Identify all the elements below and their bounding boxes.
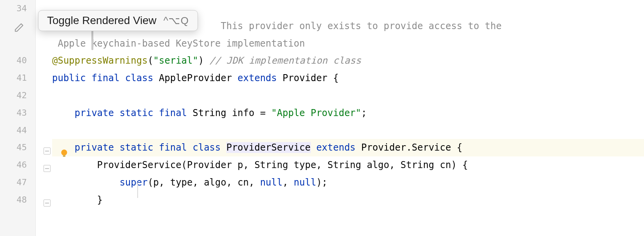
code-area[interactable]: This provider only exists to provide acc… <box>36 0 644 236</box>
line-number[interactable]: 34 <box>0 0 27 17</box>
keyword-null: null <box>260 177 283 188</box>
code-line[interactable]: super(p, type, algo, cn, null, null); <box>52 174 644 191</box>
indent-guide <box>137 182 138 198</box>
keyword-null: null <box>294 177 316 188</box>
code-line-highlighted[interactable]: private static final class ProviderServi… <box>52 139 644 156</box>
identifier: info <box>232 108 254 118</box>
args: (p, type, algo, cn, <box>148 177 260 188</box>
keyword: private <box>75 142 114 153</box>
code-line[interactable]: @SuppressWarnings("serial") // JDK imple… <box>52 52 644 69</box>
line-number[interactable]: 41 <box>0 69 27 87</box>
line-number[interactable]: 40 <box>0 52 27 69</box>
code-line[interactable]: } <box>52 191 644 209</box>
code-editor: 34 40 41 42 43 44 45 46 47 48 This provi… <box>0 0 644 236</box>
line-number[interactable]: 43 <box>0 104 27 122</box>
class-name-highlighted: ProviderService <box>226 142 311 153</box>
javadoc-text: Apple keychain-based KeyStore implementa… <box>52 38 305 49</box>
code-line[interactable] <box>52 87 644 104</box>
keyword: super <box>119 177 147 188</box>
class-name: Provider <box>282 73 327 83</box>
line-number[interactable]: 44 <box>0 122 27 139</box>
semicolon: ; <box>361 108 367 118</box>
tooltip-label: Toggle Rendered View <box>47 14 156 27</box>
operator: = <box>254 108 271 118</box>
line-number[interactable]: 47 <box>0 174 27 191</box>
line-comment: // JDK implementation class <box>204 55 361 66</box>
svg-rect-1 <box>63 155 66 156</box>
keyword: static <box>119 142 153 153</box>
brace-close: } <box>97 194 103 205</box>
line-number[interactable]: 45 <box>0 139 27 156</box>
paren: ) <box>198 55 204 66</box>
line-number[interactable]: 42 <box>0 87 27 104</box>
keyword: final <box>91 73 119 83</box>
lightbulb-icon[interactable] <box>59 148 69 161</box>
comma: , <box>282 177 294 188</box>
string-literal: "Apple Provider" <box>271 108 361 118</box>
keyword: extends <box>238 73 277 83</box>
args-end: ); <box>316 177 327 188</box>
tooltip-toggle-rendered-view[interactable]: Toggle Rendered View ^⌥Q <box>38 10 198 31</box>
brace: { <box>327 73 339 83</box>
code-line[interactable]: private static final String info = "Appl… <box>52 104 644 122</box>
line-number[interactable]: 46 <box>0 156 27 174</box>
keyword: class <box>192 142 220 153</box>
class-name: AppleProvider <box>159 73 232 83</box>
keyword: class <box>125 73 153 83</box>
type: String <box>192 108 226 118</box>
constructor-signature: ProviderService(Provider p, String type,… <box>97 160 468 170</box>
code-line[interactable]: ProviderService(Provider p, String type,… <box>52 156 644 174</box>
line-number[interactable] <box>0 35 27 52</box>
paren: ( <box>148 55 153 66</box>
pencil-icon[interactable] <box>14 23 24 35</box>
line-number[interactable]: 48 <box>0 191 27 209</box>
code-line[interactable]: public final class AppleProvider extends… <box>52 69 644 87</box>
annotation: @SuppressWarnings <box>52 55 148 66</box>
tooltip-shortcut: ^⌥Q <box>163 15 189 27</box>
keyword: private <box>75 108 114 118</box>
keyword: final <box>159 142 187 153</box>
string-literal: "serial" <box>153 55 198 66</box>
class-name: Provider.Service <box>361 142 451 153</box>
svg-point-0 <box>61 149 67 155</box>
keyword: final <box>159 108 187 118</box>
code-line[interactable]: Apple keychain-based KeyStore implementa… <box>52 35 644 52</box>
keyword: static <box>119 108 153 118</box>
gutter: 34 40 41 42 43 44 45 46 47 48 <box>0 0 36 236</box>
keyword: extends <box>316 142 355 153</box>
code-line[interactable] <box>52 122 644 139</box>
brace: { <box>451 142 462 153</box>
keyword: public <box>52 73 86 83</box>
